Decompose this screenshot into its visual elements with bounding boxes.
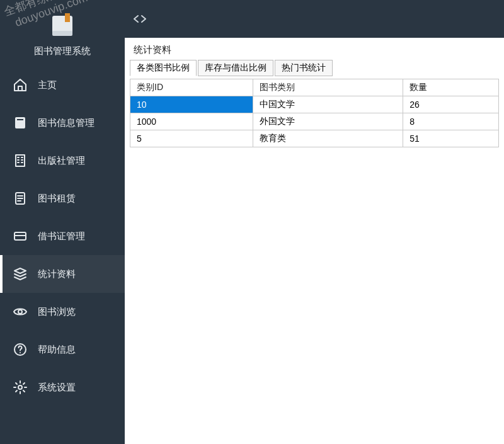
cell: 1000 (130, 113, 253, 130)
sidebar-item-4[interactable]: 借书证管理 (0, 217, 125, 255)
panel-title: 统计资料 (130, 42, 499, 60)
eye-icon (13, 304, 28, 319)
svg-rect-4 (17, 119, 23, 120)
cell: 外国文学 (253, 113, 403, 130)
table-body: 10中国文学261000外国文学85教育类51 (130, 96, 499, 147)
sidebar-item-8[interactable]: 系统设置 (0, 368, 125, 406)
sidebar-item-label: 系统设置 (38, 382, 76, 394)
expand-icon (132, 14, 147, 24)
document-icon (13, 191, 28, 206)
table-row[interactable]: 5教育类51 (130, 130, 499, 147)
help-icon (13, 342, 28, 357)
sidebar-item-3[interactable]: 图书租赁 (0, 179, 125, 217)
svg-rect-1 (52, 31, 72, 36)
sidebar-item-6[interactable]: 图书浏览 (0, 293, 125, 331)
svg-point-10 (20, 352, 21, 353)
tabs: 各类图书比例库存与借出比例热门书统计 (130, 60, 499, 76)
cell: 51 (403, 130, 499, 147)
tab-1[interactable]: 库存与借出比例 (198, 60, 273, 76)
col-header-1[interactable]: 图书类别 (253, 79, 403, 96)
sidebar-item-5[interactable]: 统计资料 (0, 255, 125, 293)
svg-point-8 (18, 310, 22, 314)
table-row[interactable]: 1000外国文学8 (130, 113, 499, 130)
sidebar-item-7[interactable]: 帮助信息 (0, 331, 125, 368)
svg-rect-3 (15, 117, 25, 128)
sidebar-item-1[interactable]: 图书信息管理 (0, 104, 125, 142)
sidebar-item-label: 统计资料 (38, 268, 76, 280)
cell: 10 (130, 96, 253, 113)
cell: 教育类 (253, 130, 403, 147)
home-icon (13, 77, 28, 93)
sidebar-item-label: 主页 (38, 79, 57, 91)
svg-point-11 (18, 385, 22, 389)
brand: 图书管理系统 (0, 6, 125, 66)
content-area: 统计资料 各类图书比例库存与借出比例热门书统计 类别ID图书类别数量 10中国文… (125, 38, 504, 444)
book-icon (13, 115, 28, 130)
cell: 5 (130, 130, 253, 147)
table-header-row: 类别ID图书类别数量 (130, 79, 499, 96)
sidebar-item-0[interactable]: 主页 (0, 66, 125, 104)
data-table: 类别ID图书类别数量 10中国文学261000外国文学85教育类51 (130, 79, 499, 147)
tab-0[interactable]: 各类图书比例 (130, 60, 197, 76)
expand-collapse-button[interactable] (132, 14, 147, 24)
sidebar: 全都有综合资源网 douyouvip.com 图书管理系统 主页图书信息管理出版… (0, 0, 125, 444)
stack-icon (13, 266, 28, 282)
table-row[interactable]: 10中国文学26 (130, 96, 499, 113)
tab-2[interactable]: 热门书统计 (275, 60, 333, 76)
app-logo-icon (48, 11, 77, 40)
building-icon (13, 153, 28, 168)
app-title: 图书管理系统 (34, 45, 91, 57)
sidebar-item-label: 帮助信息 (38, 344, 76, 356)
col-header-0[interactable]: 类别ID (130, 79, 253, 96)
col-header-2[interactable]: 数量 (403, 79, 499, 96)
card-icon (13, 229, 28, 244)
svg-rect-5 (16, 155, 25, 166)
sidebar-item-label: 图书信息管理 (38, 117, 94, 129)
gear-icon (13, 380, 28, 395)
cell: 8 (403, 113, 499, 130)
sidebar-item-2[interactable]: 出版社管理 (0, 142, 125, 179)
cell: 中国文学 (253, 96, 403, 113)
sidebar-item-label: 图书浏览 (38, 306, 76, 318)
sidebar-item-label: 借书证管理 (38, 231, 85, 242)
cell: 26 (403, 96, 499, 113)
sidebar-item-label: 图书租赁 (38, 193, 76, 205)
nav: 主页图书信息管理出版社管理图书租赁借书证管理统计资料图书浏览帮助信息系统设置 (0, 66, 125, 406)
sidebar-item-label: 出版社管理 (38, 155, 85, 167)
